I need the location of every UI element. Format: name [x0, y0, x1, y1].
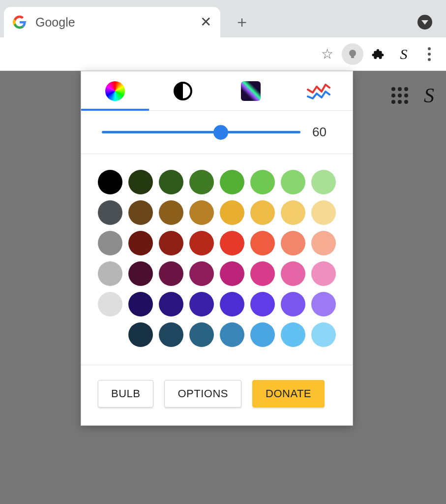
intensity-slider[interactable] [102, 131, 300, 133]
color-swatch[interactable] [281, 261, 305, 286]
color-swatch[interactable] [128, 292, 153, 316]
tab-analytics[interactable] [285, 71, 353, 110]
color-swatch-grid [81, 154, 353, 365]
extension-popup: 60 BULB OPTIONS DONATE [81, 71, 353, 426]
color-swatch[interactable] [128, 261, 153, 286]
apps-grid-icon[interactable] [391, 87, 408, 104]
extensions-puzzle-icon[interactable] [367, 43, 389, 65]
trend-lines-icon [307, 83, 330, 99]
slider-thumb[interactable] [213, 125, 228, 140]
color-swatch[interactable] [250, 261, 275, 286]
new-tab-button[interactable]: ＋ [230, 7, 254, 37]
color-swatch[interactable] [281, 170, 305, 194]
color-swatch[interactable] [128, 200, 153, 225]
color-swatch[interactable] [220, 322, 244, 347]
color-swatch[interactable] [311, 170, 336, 194]
color-swatch[interactable] [281, 292, 305, 316]
color-wheel-icon [105, 81, 125, 101]
color-swatch[interactable] [128, 322, 153, 347]
bulb-button[interactable]: BULB [98, 380, 153, 408]
bookmark-star-icon[interactable]: ☆ [316, 43, 338, 65]
color-swatch[interactable] [220, 170, 244, 194]
color-swatch[interactable] [281, 231, 305, 255]
browser-tab[interactable]: Google ✕ [4, 7, 220, 37]
tab-title: Google [35, 15, 191, 30]
options-button[interactable]: OPTIONS [164, 380, 241, 408]
color-swatch[interactable] [250, 200, 275, 225]
extension-bulb-icon[interactable] [342, 43, 363, 65]
intensity-slider-row: 60 [81, 111, 353, 154]
color-swatch[interactable] [98, 261, 122, 286]
color-swatch[interactable] [159, 292, 183, 316]
kebab-menu-icon[interactable] [418, 43, 440, 65]
color-swatch[interactable] [128, 231, 153, 255]
color-swatch[interactable] [281, 322, 305, 347]
color-swatch[interactable] [220, 261, 244, 286]
color-swatch[interactable] [250, 322, 275, 347]
color-swatch[interactable] [250, 170, 275, 194]
color-swatch[interactable] [311, 231, 336, 255]
color-swatch[interactable] [189, 200, 214, 225]
profile-s-icon[interactable]: S [424, 84, 434, 107]
color-swatch[interactable] [189, 292, 214, 316]
color-swatch[interactable] [189, 261, 214, 286]
color-swatch[interactable] [220, 200, 244, 225]
close-icon[interactable]: ✕ [200, 15, 211, 29]
google-favicon-icon [13, 15, 27, 29]
color-swatch[interactable] [311, 322, 336, 347]
color-swatch[interactable] [189, 231, 214, 255]
tab-color[interactable] [81, 71, 149, 110]
account-dropdown-icon[interactable] [417, 15, 432, 30]
popup-footer: BULB OPTIONS DONATE [81, 365, 353, 425]
svg-rect-1 [351, 56, 354, 58]
aurora-icon [241, 81, 261, 101]
color-swatch[interactable] [189, 170, 214, 194]
color-swatch[interactable] [250, 231, 275, 255]
color-swatch[interactable] [159, 261, 183, 286]
color-swatch[interactable] [98, 170, 122, 194]
slider-value-label: 60 [312, 125, 332, 140]
s-extension-icon[interactable]: S [393, 43, 415, 65]
tab-contrast[interactable] [149, 71, 217, 110]
color-swatch[interactable] [159, 170, 183, 194]
color-swatch[interactable] [159, 322, 183, 347]
color-swatch[interactable] [220, 231, 244, 255]
color-swatch[interactable] [220, 292, 244, 316]
browser-tabstrip: Google ✕ ＋ [0, 0, 446, 37]
color-swatch[interactable] [189, 322, 214, 347]
color-swatch[interactable] [159, 200, 183, 225]
color-swatch[interactable] [128, 170, 153, 194]
popup-tabbar [81, 71, 353, 111]
color-swatch[interactable] [159, 231, 183, 255]
color-swatch[interactable] [311, 261, 336, 286]
color-swatch[interactable] [250, 292, 275, 316]
contrast-icon [174, 82, 192, 100]
browser-toolbar: ☆ S [0, 37, 446, 71]
svg-point-0 [349, 50, 356, 57]
color-swatch[interactable] [98, 231, 122, 255]
color-swatch[interactable] [281, 200, 305, 225]
color-swatch[interactable] [98, 292, 122, 316]
donate-button[interactable]: DONATE [252, 380, 325, 408]
color-swatch[interactable] [311, 292, 336, 316]
tab-theme[interactable] [217, 71, 285, 110]
color-swatch[interactable] [311, 200, 336, 225]
color-swatch[interactable] [98, 200, 122, 225]
